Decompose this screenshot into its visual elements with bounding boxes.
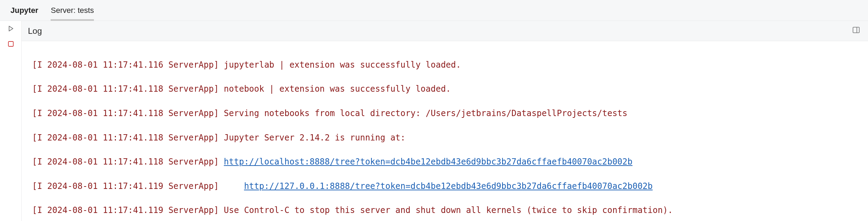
log-line: [I 2024-08-01 11:17:41.116 ServerApp] ju… — [32, 59, 863, 71]
log-message: jupyterlab | extension was successfully … — [224, 60, 461, 70]
content-title: Log — [28, 26, 42, 36]
content-header: Log — [22, 21, 868, 41]
tab-server[interactable]: Server: tests — [44, 0, 100, 21]
log-output: [I 2024-08-01 11:17:41.116 ServerApp] ju… — [22, 41, 868, 221]
log-line: [I 2024-08-01 11:17:41.118 ServerApp] Ju… — [32, 132, 863, 144]
svg-rect-0 — [8, 41, 13, 46]
log-prefix: [I 2024-08-01 11:17:41.119 ServerApp] — [32, 205, 224, 215]
left-gutter — [0, 21, 22, 221]
log-prefix: [I 2024-08-01 11:17:41.118 ServerApp] — [32, 133, 224, 143]
log-line: [I 2024-08-01 11:17:41.119 ServerApp] ht… — [32, 180, 863, 192]
log-link[interactable]: http://localhost:8888/tree?token=dcb4be1… — [224, 157, 632, 167]
layout-panel-icon — [852, 26, 860, 36]
log-line: [I 2024-08-01 11:17:41.118 ServerApp] no… — [32, 83, 863, 95]
run-button[interactable] — [6, 24, 16, 35]
top-toolbar: Jupyter Server: tests — [0, 0, 868, 21]
log-line: [I 2024-08-01 11:17:41.118 ServerApp] ht… — [32, 156, 863, 168]
stop-icon — [7, 40, 14, 49]
log-prefix: [I 2024-08-01 11:17:41.118 ServerApp] — [32, 108, 224, 118]
log-message: Use Control-C to stop this server and sh… — [224, 205, 673, 215]
log-link[interactable]: http://127.0.0.1:8888/tree?token=dcb4be1… — [244, 181, 653, 191]
log-prefix: [I 2024-08-01 11:17:41.118 ServerApp] — [32, 157, 224, 167]
main-area: Log [I 2024-08-01 11:17:41.116 ServerApp… — [0, 21, 868, 221]
content-pane: Log [I 2024-08-01 11:17:41.116 ServerApp… — [22, 21, 868, 221]
log-prefix: [I 2024-08-01 11:17:41.116 ServerApp] — [32, 60, 224, 70]
log-message: Serving notebooks from local directory: … — [224, 108, 627, 118]
log-line: [I 2024-08-01 11:17:41.118 ServerApp] Se… — [32, 107, 863, 120]
log-line: [I 2024-08-01 11:17:41.119 ServerApp] Us… — [32, 204, 863, 216]
tab-server-label: Server: tests — [51, 6, 94, 15]
log-prefix: [I 2024-08-01 11:17:41.118 ServerApp] — [32, 84, 224, 94]
log-message: Jupyter Server 2.14.2 is running at: — [224, 133, 405, 143]
run-icon — [7, 25, 14, 34]
tab-jupyter-label: Jupyter — [10, 6, 38, 15]
stop-button[interactable] — [6, 40, 16, 50]
log-prefix: [I 2024-08-01 11:17:41.119 ServerApp] — [32, 181, 244, 191]
log-message: notebook | extension was successfully lo… — [224, 84, 451, 94]
svg-rect-1 — [853, 27, 859, 33]
tab-jupyter[interactable]: Jupyter — [4, 0, 44, 21]
layout-toggle-button[interactable] — [851, 25, 862, 37]
